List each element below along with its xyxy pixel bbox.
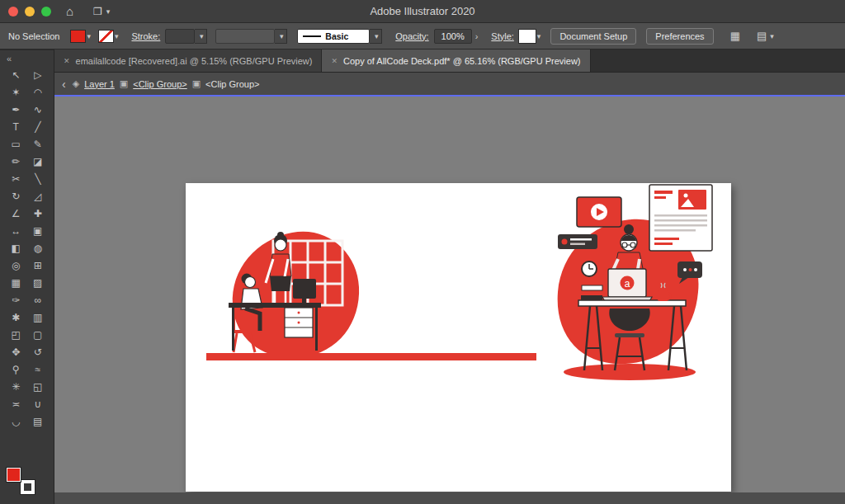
- arrange-documents-icon: ▦: [730, 30, 740, 42]
- smooth-tool-icon[interactable]: ◡: [6, 413, 26, 429]
- tab-close-icon[interactable]: ✕: [331, 57, 338, 65]
- workspace-switcher-button[interactable]: ❐ ▾: [93, 6, 110, 17]
- opacity-panel-link[interactable]: Opacity:: [395, 31, 428, 41]
- chevron-down-icon: ▾: [770, 32, 774, 40]
- breadcrumb-item[interactable]: Layer 1: [84, 79, 115, 89]
- stroke-swatch[interactable]: [21, 480, 35, 494]
- document-layout-button[interactable]: ▤ ▾: [757, 30, 774, 42]
- hand-tool-icon[interactable]: ✥: [6, 344, 26, 360]
- canvas-area[interactable]: a: [54, 97, 845, 504]
- rectangle-tool-icon[interactable]: ▭: [6, 136, 26, 152]
- live-paint-bucket-tool-icon[interactable]: ◍: [28, 240, 48, 256]
- puppet-warp-tool-icon[interactable]: ✳: [6, 379, 26, 394]
- direct-selection-tool-icon[interactable]: ▷: [28, 67, 48, 82]
- stroke-chevron-icon[interactable]: ▾: [115, 32, 119, 40]
- eyedropper-tool-icon[interactable]: ✑: [6, 292, 26, 308]
- paintbrush-tool-icon[interactable]: ✎: [28, 136, 48, 152]
- breadcrumb-item[interactable]: <Clip Group>: [205, 79, 259, 89]
- selection-tool-icon[interactable]: ↖: [6, 67, 26, 82]
- mesh-tool-icon[interactable]: ▦: [6, 275, 26, 290]
- arrange-documents-button[interactable]: ▦: [730, 30, 740, 42]
- books-graphic: [581, 285, 602, 300]
- opacity-submenu-icon[interactable]: ›: [475, 31, 479, 41]
- fill-swatch[interactable]: [7, 468, 21, 482]
- pencil-tool-icon[interactable]: ✏: [6, 153, 26, 169]
- warp-tool-icon[interactable]: ≈: [28, 361, 48, 377]
- maximize-window-button[interactable]: [41, 7, 51, 16]
- opacity-input[interactable]: 100%: [434, 29, 472, 44]
- style-swatch[interactable]: [519, 30, 536, 43]
- scale-tool-icon[interactable]: ◿: [28, 188, 48, 204]
- zoom-tool-icon[interactable]: ⚲: [6, 361, 26, 377]
- preferences-button[interactable]: Preferences: [646, 28, 713, 45]
- eraser-tool-icon[interactable]: ◪: [28, 153, 48, 169]
- window-title: Adobe Illustrator 2020: [0, 5, 845, 17]
- artboard[interactable]: a: [186, 183, 731, 492]
- document-tab[interactable]: ✕Copy of AllCode Deck.pdf* @ 65.16% (RGB…: [322, 49, 590, 72]
- symbol-sprayer-tool-icon[interactable]: ✱: [6, 309, 26, 325]
- perspective-grid-tool-icon[interactable]: ⊞: [28, 257, 48, 273]
- slice-tool-icon[interactable]: ▢: [28, 327, 48, 342]
- tab-strip: ✕emailallcode [Recovered].ai @ 5.15% (RG…: [54, 49, 591, 72]
- back-arrow-icon[interactable]: ‹: [62, 78, 66, 90]
- column-graph-tool-icon[interactable]: ▥: [28, 309, 48, 325]
- join-tool-icon[interactable]: ∪: [28, 396, 48, 412]
- magic-wand-tool-icon[interactable]: ✶: [6, 84, 26, 100]
- brush-definition-dropdown[interactable]: Basic: [297, 29, 370, 44]
- artboard-tool-icon[interactable]: ◰: [6, 327, 26, 342]
- width-tool-icon[interactable]: ↔: [6, 223, 26, 238]
- rotate-tool-icon[interactable]: ↻: [6, 188, 26, 204]
- clip-group-icon: ▣: [192, 78, 201, 89]
- type-tool-icon[interactable]: T: [6, 119, 26, 134]
- document-setup-button[interactable]: Document Setup: [550, 28, 636, 45]
- collapse-panel-icon[interactable]: «: [0, 50, 54, 65]
- curvature-tool-icon[interactable]: ∿: [28, 101, 48, 117]
- illustration-right-scene: a: [558, 185, 712, 380]
- stroke-color-swatch[interactable]: [99, 31, 113, 42]
- browser-window-graphic: [649, 185, 712, 251]
- crop-image-tool-icon[interactable]: ◱: [28, 379, 48, 394]
- stroke-weight-dropdown[interactable]: ▾: [195, 29, 207, 44]
- chevron-down-icon: ▾: [280, 32, 284, 40]
- tab-close-icon[interactable]: ✕: [64, 57, 70, 65]
- shear-tool-icon[interactable]: ∠: [6, 205, 26, 221]
- brush-chevron[interactable]: ▾: [370, 29, 382, 44]
- brush-stroke-preview-icon: [303, 35, 321, 37]
- rotate-view-tool-icon[interactable]: ↺: [28, 344, 48, 360]
- reshape-tool-icon[interactable]: ✚: [28, 205, 48, 221]
- close-window-button[interactable]: [8, 7, 18, 16]
- line-segment-tool-icon[interactable]: ╱: [28, 119, 48, 134]
- stroke-weight-input[interactable]: [165, 29, 195, 44]
- fill-color-swatch[interactable]: [71, 31, 85, 42]
- print-tiling-tool-icon[interactable]: ▤: [28, 413, 48, 429]
- chevron-down-icon: ▾: [106, 7, 111, 16]
- chevron-down-icon: ▾: [200, 32, 204, 40]
- gradient-tool-icon[interactable]: ▨: [28, 275, 48, 290]
- breadcrumb-items: ◈Layer 1▣<Clip Group>▣<Clip Group>: [73, 78, 260, 89]
- pen-tool-icon[interactable]: ✒: [6, 101, 26, 117]
- measure-tool-icon[interactable]: ≍: [6, 396, 26, 412]
- chat-widget-graphic: [558, 234, 597, 249]
- lasso-tool-icon[interactable]: ◠: [28, 84, 48, 100]
- knife-tool-icon[interactable]: ╲: [28, 171, 48, 186]
- workspace-switcher-icon: ❐: [93, 6, 102, 17]
- fill-chevron-icon[interactable]: ▾: [87, 32, 91, 40]
- stroke-panel-link[interactable]: Stroke:: [131, 31, 160, 41]
- laptop-graphic: a: [602, 269, 652, 303]
- window-titlebar: ⌂ ❐ ▾ Adobe Illustrator 2020: [0, 0, 845, 23]
- control-bar: No Selection ▾ ▾ Stroke: ▾ ▾ Basic ▾ Opa…: [0, 23, 845, 49]
- canvas-bottom-strip: [54, 492, 845, 504]
- layers-icon: ◈: [73, 78, 79, 89]
- home-icon[interactable]: ⌂: [66, 4, 73, 18]
- style-panel-link[interactable]: Style:: [491, 31, 514, 41]
- free-transform-tool-icon[interactable]: ▣: [28, 223, 48, 238]
- document-tab[interactable]: ✕emailallcode [Recovered].ai @ 5.15% (RG…: [54, 49, 322, 72]
- blend-tool-icon[interactable]: ∞: [28, 292, 48, 308]
- minimize-window-button[interactable]: [25, 7, 35, 16]
- live-paint-selection-tool-icon[interactable]: ◎: [6, 257, 26, 273]
- clock-graphic: [582, 261, 597, 276]
- shape-builder-tool-icon[interactable]: ◧: [6, 240, 26, 256]
- scissors-tool-icon[interactable]: ✂: [6, 171, 26, 186]
- style-chevron-icon[interactable]: ▾: [537, 32, 541, 40]
- breadcrumb-item[interactable]: <Clip Group>: [133, 79, 186, 89]
